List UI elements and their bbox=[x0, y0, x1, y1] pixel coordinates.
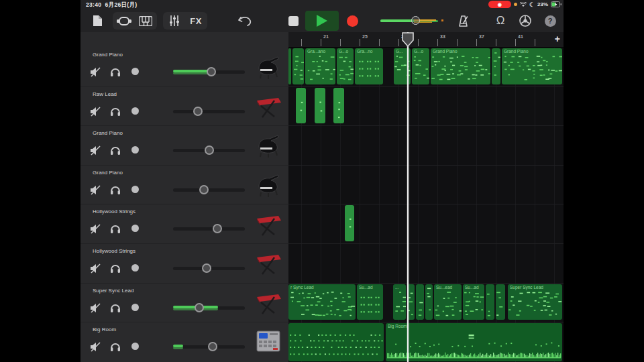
settings-button[interactable] bbox=[515, 12, 535, 29]
midi-region[interactable] bbox=[288, 48, 291, 84]
slider-knob[interactable] bbox=[205, 145, 214, 155]
slider-knob[interactable] bbox=[213, 224, 222, 233]
instrument-icon[interactable] bbox=[254, 286, 283, 318]
midi-region[interactable]: Gra...no bbox=[355, 48, 383, 84]
midi-region[interactable]: Super Sync Lead bbox=[508, 284, 562, 320]
midi-region[interactable] bbox=[288, 323, 384, 361]
instrument-icon[interactable] bbox=[254, 168, 283, 200]
solo-button[interactable] bbox=[110, 263, 121, 276]
input-level-dot[interactable] bbox=[131, 107, 139, 115]
tracks-view-button[interactable] bbox=[136, 12, 156, 29]
screen-recording-indicator[interactable]: ◉ bbox=[488, 1, 511, 8]
my-songs-button[interactable] bbox=[87, 12, 107, 29]
midi-region[interactable]: Su...ead bbox=[434, 284, 462, 320]
input-level-dot[interactable] bbox=[131, 343, 139, 350]
playhead-line[interactable] bbox=[407, 32, 409, 362]
slider-knob[interactable] bbox=[195, 303, 204, 312]
midi-region[interactable] bbox=[333, 88, 344, 124]
slider-knob[interactable] bbox=[199, 185, 209, 194]
input-level-dot[interactable] bbox=[131, 146, 139, 154]
play-button[interactable] bbox=[312, 12, 332, 29]
midi-region[interactable] bbox=[296, 88, 306, 124]
input-level-dot[interactable] bbox=[131, 68, 139, 75]
midi-region[interactable]: Big Room bbox=[386, 323, 562, 361]
mute-button[interactable] bbox=[90, 145, 101, 158]
input-level-dot[interactable] bbox=[131, 264, 139, 272]
instrument-view-button[interactable] bbox=[114, 12, 134, 29]
midi-region[interactable] bbox=[492, 48, 500, 84]
track-volume-slider[interactable] bbox=[173, 342, 245, 351]
solo-button[interactable] bbox=[110, 342, 121, 355]
undo-button[interactable] bbox=[235, 12, 255, 29]
instrument-icon[interactable] bbox=[254, 247, 283, 279]
record-button[interactable] bbox=[342, 12, 362, 29]
solo-button[interactable] bbox=[110, 303, 121, 316]
track-header[interactable]: Grand Piano bbox=[80, 125, 288, 165]
midi-region[interactable]: Su...ad bbox=[357, 284, 383, 320]
track-header[interactable]: Hollywood Strings bbox=[80, 243, 288, 283]
ruler[interactable]: + 212529333741 bbox=[288, 32, 564, 48]
midi-region[interactable] bbox=[416, 284, 424, 320]
midi-region[interactable] bbox=[315, 88, 325, 124]
track-controls-button[interactable] bbox=[164, 12, 184, 29]
master-volume-slider[interactable] bbox=[380, 18, 438, 23]
slider-knob[interactable] bbox=[207, 67, 216, 76]
mute-button[interactable] bbox=[90, 185, 101, 198]
track-header[interactable]: Hollywood Strings bbox=[80, 204, 288, 243]
timeline[interactable]: Gra...anoG...oGra...noG...G...oGrand Pia… bbox=[288, 32, 564, 362]
track-header[interactable]: Big Room bbox=[80, 322, 288, 361]
track-volume-slider[interactable] bbox=[173, 67, 245, 76]
instrument-icon[interactable] bbox=[254, 129, 283, 161]
midi-region[interactable]: r Sync Lead bbox=[288, 284, 356, 320]
slider-knob[interactable] bbox=[208, 342, 217, 351]
loop-browser-button[interactable]: Ω bbox=[490, 12, 511, 29]
midi-region[interactable] bbox=[496, 284, 505, 320]
instrument-icon[interactable] bbox=[254, 208, 283, 240]
mute-button[interactable] bbox=[90, 107, 101, 119]
midi-region[interactable]: ... bbox=[393, 284, 406, 320]
track-volume-slider[interactable] bbox=[173, 303, 245, 312]
midi-region[interactable] bbox=[425, 284, 433, 320]
track-volume-slider[interactable] bbox=[173, 145, 245, 155]
midi-region[interactable]: G...o bbox=[412, 48, 429, 84]
mute-button[interactable] bbox=[90, 263, 101, 276]
remix-fx-button[interactable]: FX bbox=[186, 12, 206, 29]
midi-region[interactable] bbox=[345, 205, 354, 241]
mute-button[interactable] bbox=[90, 342, 101, 355]
track-header[interactable]: Grand Piano bbox=[80, 47, 288, 86]
help-button[interactable]: ? bbox=[540, 12, 560, 29]
midi-region[interactable]: Gra...ano bbox=[305, 48, 335, 84]
midi-region[interactable]: Grand Piano bbox=[502, 48, 562, 84]
add-bars-button[interactable]: + bbox=[555, 34, 560, 44]
solo-button[interactable] bbox=[110, 224, 121, 237]
master-volume-knob[interactable] bbox=[411, 16, 420, 25]
instrument-icon[interactable] bbox=[254, 325, 283, 357]
solo-button[interactable] bbox=[110, 145, 121, 158]
mute-button[interactable] bbox=[90, 224, 101, 237]
input-level-dot[interactable] bbox=[131, 225, 139, 232]
track-volume-slider[interactable] bbox=[173, 185, 245, 194]
track-volume-slider[interactable] bbox=[173, 107, 245, 116]
track-header[interactable]: Grand Piano bbox=[80, 165, 288, 204]
instrument-icon[interactable] bbox=[254, 90, 283, 122]
solo-button[interactable] bbox=[110, 67, 121, 80]
mute-button[interactable] bbox=[90, 67, 101, 80]
track-volume-slider[interactable] bbox=[173, 263, 245, 273]
metronome-button[interactable] bbox=[453, 12, 473, 29]
solo-button[interactable] bbox=[110, 185, 121, 198]
midi-region[interactable]: Su...ad bbox=[463, 284, 484, 320]
midi-region[interactable] bbox=[292, 48, 304, 84]
midi-region[interactable]: G...o bbox=[337, 48, 354, 84]
input-level-dot[interactable] bbox=[131, 304, 139, 311]
midi-region[interactable]: Grand Piano bbox=[431, 48, 490, 84]
solo-button[interactable] bbox=[110, 107, 121, 119]
midi-region[interactable] bbox=[486, 284, 494, 320]
instrument-icon[interactable] bbox=[254, 50, 283, 82]
stop-button[interactable] bbox=[283, 12, 303, 29]
input-level-dot[interactable] bbox=[131, 186, 139, 193]
playhead-marker[interactable] bbox=[402, 32, 414, 47]
track-header[interactable]: Super Sync Lead bbox=[80, 283, 288, 322]
track-volume-slider[interactable] bbox=[173, 224, 245, 233]
slider-knob[interactable] bbox=[193, 107, 203, 116]
mute-button[interactable] bbox=[90, 303, 101, 316]
